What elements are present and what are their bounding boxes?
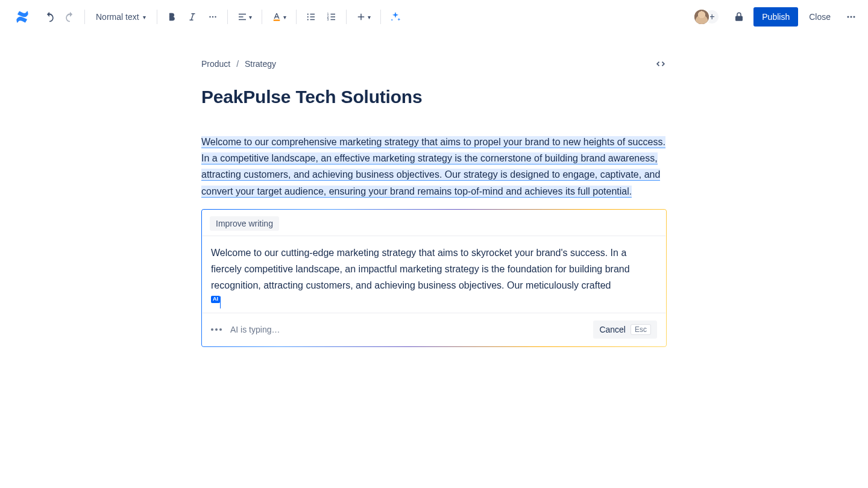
svg-point-10 (848, 16, 849, 18)
ai-cursor (220, 296, 221, 308)
undo-button[interactable] (40, 7, 59, 27)
svg-point-11 (851, 16, 852, 18)
ai-assist-button[interactable] (386, 7, 405, 27)
esc-key-hint: Esc (631, 324, 651, 335)
more-formatting-button[interactable] (203, 7, 222, 27)
chevron-down-icon: ▾ (249, 14, 252, 20)
text-color-dropdown[interactable]: ▾ (267, 7, 291, 27)
toolbar-divider (227, 10, 228, 24)
svg-point-0 (209, 16, 210, 17)
page-title[interactable]: PeakPulse Tech Solutions (201, 87, 667, 107)
ai-draft-body: Welcome to our cutting-edge marketing st… (203, 236, 665, 313)
breadcrumb-separator: / (236, 59, 239, 69)
page-width-toggle[interactable] (655, 58, 667, 70)
ai-draft-text: Welcome to our cutting-edge marketing st… (211, 248, 630, 290)
svg-point-12 (854, 16, 855, 18)
insert-dropdown[interactable]: ▾ (351, 7, 376, 27)
ai-panel-header: Improve writing (203, 210, 665, 236)
ai-badge: AI (211, 296, 220, 303)
svg-point-6 (307, 19, 308, 20)
more-actions-button[interactable] (841, 7, 861, 27)
svg-point-5 (307, 16, 308, 17)
editor-content: Product / Strategy PeakPulse Tech Soluti… (201, 34, 667, 347)
breadcrumb-current[interactable]: Strategy (245, 59, 276, 69)
svg-rect-3 (274, 20, 280, 21)
italic-button[interactable] (183, 7, 202, 27)
svg-text:3: 3 (327, 17, 329, 21)
restrictions-button[interactable] (729, 7, 749, 27)
loading-dots-icon (211, 328, 222, 331)
toolbar-divider (296, 10, 297, 24)
svg-point-4 (307, 13, 308, 14)
toolbar-divider (380, 10, 381, 24)
editor-toolbar: Normal text ▾ ▾ ▾ (0, 0, 868, 34)
bold-button[interactable] (162, 7, 181, 27)
chevron-down-icon: ▾ (283, 14, 286, 20)
toolbar-divider (262, 10, 262, 24)
selected-paragraph[interactable]: Welcome to our comprehensive marketing s… (201, 134, 667, 199)
close-button[interactable]: Close (803, 7, 837, 27)
ai-panel: Improve writing Welcome to our cutting-e… (201, 209, 667, 347)
ai-mode-chip[interactable]: Improve writing (210, 216, 279, 231)
toolbar-divider (84, 10, 85, 24)
toolbar-divider (346, 10, 347, 24)
publish-button[interactable]: Publish (753, 7, 798, 27)
toolbar-divider (157, 10, 157, 24)
alignment-dropdown[interactable]: ▾ (233, 7, 257, 27)
ai-panel-footer: AI is typing… Cancel Esc (203, 313, 665, 346)
chevron-down-icon: ▾ (368, 14, 371, 20)
ai-cancel-button[interactable]: Cancel Esc (593, 321, 657, 339)
selected-text: Welcome to our comprehensive marketing s… (201, 136, 665, 197)
text-style-label: Normal text (96, 12, 139, 22)
cancel-label: Cancel (599, 325, 626, 334)
svg-point-1 (212, 16, 213, 17)
bullet-list-button[interactable] (301, 7, 321, 27)
text-style-dropdown[interactable]: Normal text ▾ (90, 7, 152, 27)
svg-point-2 (215, 16, 216, 17)
breadcrumb: Product / Strategy (201, 59, 276, 69)
ai-status-text: AI is typing… (230, 325, 280, 334)
confluence-logo-icon (14, 9, 30, 25)
numbered-list-button[interactable]: 123 (322, 7, 341, 27)
chevron-down-icon: ▾ (143, 14, 146, 20)
redo-button[interactable] (60, 7, 80, 27)
breadcrumb-parent[interactable]: Product (201, 59, 230, 69)
